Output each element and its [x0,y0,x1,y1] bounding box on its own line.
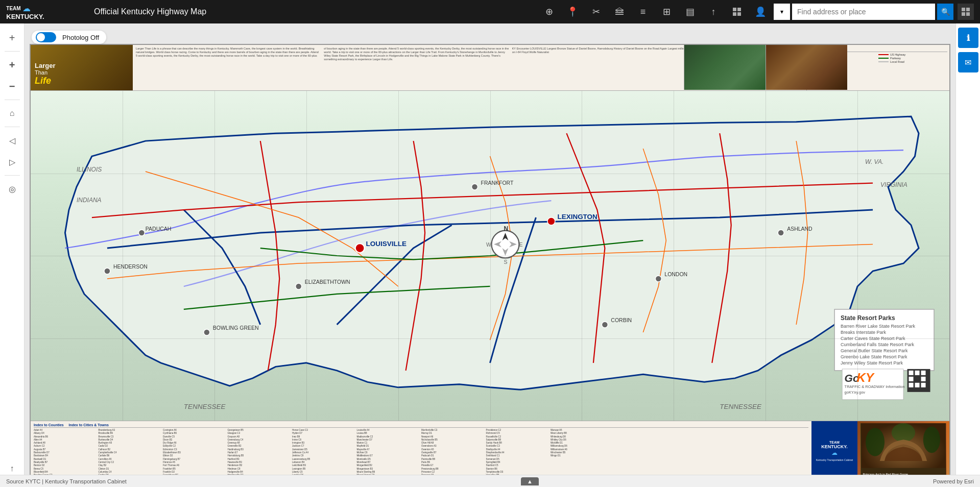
svg-rect-2 [615,14,624,15]
status-right-text: Powered by Esri [933,478,974,484]
app-title: Official Kentucky Highway Map [94,7,206,16]
locate-button[interactable]: ◎ [2,179,22,199]
grid-line-v4 [398,91,399,421]
search-dropdown-button[interactable]: ▾ [774,4,790,20]
back-icon: ◁ [9,136,15,145]
svg-text:Jenny Wiley State Resort Park: Jenny Wiley State Resort Park [841,360,903,366]
scroll-up-indicator[interactable]: ▲ [521,477,539,485]
ltl-title-life: Life [35,76,51,86]
svg-text:LONDON: LONDON [664,272,687,277]
svg-text:KY: KY [857,371,875,384]
zoom-out-button[interactable]: − [2,76,22,96]
index-col-12 [745,429,809,477]
share-icon[interactable]: ↑ [706,5,721,19]
svg-rect-11 [966,12,970,16]
add-button[interactable]: + [2,28,22,48]
svg-text:ASHLAND: ASHLAND [787,226,812,232]
search-submit-icon: 🔍 [941,8,950,16]
svg-text:HENDERSON: HENDERSON [113,264,148,270]
svg-text:LOUISVILLE: LOUISVILLE [366,240,407,248]
ltl-title-than: Than [35,69,47,76]
index-col-1: Adair A4 Albany D4 Alexandria B6 Allen A… [34,429,98,477]
index-col-9: Warsaw A5 West Liberty B8 Whitesburg D8 … [551,429,615,477]
map-header-text: Larger Than Life is a phrase that can de… [133,45,700,90]
table-icon[interactable]: ▤ [683,5,697,19]
list-icon[interactable]: ≡ [636,5,650,19]
left-sidebar: + + − ⌂ ◁ ▷ ◎ [0,23,25,487]
user-icon[interactable]: 👤 [753,5,768,19]
svg-text:E: E [519,242,522,248]
status-left-text: Source KYTC | Kentucky Transportation Ca… [6,478,127,484]
index-col-4: Georgetown B5 Glasgow C3 Grayson A8 Gree… [228,429,292,477]
grid-tiles-icon[interactable] [730,5,744,19]
info-widget-button[interactable]: ℹ [958,28,978,48]
zoom-in-button[interactable]: + [2,55,22,75]
svg-rect-6 [733,12,736,16]
svg-text:W: W [486,242,491,248]
email-icon: ✉ [965,58,971,67]
header-text-col-2: of bourbon aging in the state than there… [324,47,509,88]
photolog-label: Photolog Off [59,33,102,42]
app-header: TEAM ☁ KENTUCKY. Official Kentucky Highw… [0,0,980,23]
zoom-in-icon: + [9,59,15,71]
kentucky-label: KENTUCKY. [821,444,848,449]
svg-point-24 [138,230,145,236]
search-submit-button[interactable]: 🔍 [937,4,953,20]
svg-point-26 [296,283,302,289]
location-icon[interactable]: 📍 [565,5,580,19]
email-widget-button[interactable]: ✉ [958,52,978,72]
back-button[interactable]: ◁ [2,130,22,151]
legend-parkway: Parkway [878,57,947,60]
svg-text:CORBIN: CORBIN [611,318,632,323]
svg-text:State Resort Parks: State Resort Parks [841,314,895,322]
svg-text:ELIZABETHTOWN: ELIZABETHTOWN [305,279,350,285]
search-input[interactable] [792,4,935,20]
home-icon: ⌂ [10,109,15,118]
grid-line-v5 [490,91,491,421]
grid-line-v7 [674,91,674,421]
svg-text:TENNESSEE: TENNESSEE [184,403,226,410]
svg-rect-0 [615,10,624,11]
svg-point-18 [204,329,210,335]
svg-rect-63 [915,371,920,375]
filter-icon[interactable]: ⊞ [659,5,674,19]
forward-button[interactable]: ▷ [2,152,22,172]
home-button[interactable]: ⌂ [2,103,22,124]
map-bottom-strip: Index to Counties Index to Cities & Town… [31,421,949,481]
legend-local: Local Road [878,60,947,63]
svg-point-16 [778,230,784,236]
legend-label-parkway: Parkway [890,57,901,60]
svg-text:INDIANA: INDIANA [77,197,102,204]
grid-view-button[interactable] [958,4,974,20]
photolog-toggle-area: Photolog Off [32,31,106,44]
svg-text:ILLINOIS: ILLINOIS [77,166,102,173]
legend-line-local [878,61,889,62]
index-col-6: Louisville A4 Louisa B8 Madisonville C2 … [357,429,421,477]
layers-icon[interactable] [612,5,627,19]
svg-rect-9 [966,8,970,11]
svg-text:Cumberland Falls State Resort : Cumberland Falls State Resort Park [841,342,914,347]
bottom-image-svg: Princess Arch in Red River Gorge [861,423,946,479]
index-col-3: Covington A6 Cynthiana B6 Danville C5 Di… [163,429,227,477]
svg-text:Barren River Lake State Resort: Barren River Lake State Resort Park [841,324,915,329]
scissors-icon[interactable]: ✂ [589,5,603,19]
legend-us-highway: US Highway [878,53,947,56]
toggle-knob [37,33,45,41]
photolog-toggle-switch[interactable] [36,32,56,42]
svg-point-20 [602,322,608,328]
svg-text:goKY.ky.gov: goKY.ky.gov [845,390,866,395]
team-label: TEAM [829,441,840,444]
svg-rect-5 [737,8,741,11]
index-col-11 [680,429,744,477]
locate-icon: ◎ [9,184,16,194]
header-text-col-1: Larger Than Life is a phrase that can de… [136,47,321,88]
svg-text:BOWLING GREEN: BOWLING GREEN [213,325,259,331]
header-text-content-1: Larger Than Life is a phrase that can de… [136,47,319,57]
svg-text:VIRGINIA: VIRGINIA [880,181,907,188]
main-map[interactable]: LEXINGTON LOUISVILLE ASHLAND BOWLING GRE… [31,91,949,421]
search-map-icon[interactable]: ⊕ [542,5,556,19]
svg-text:S: S [504,259,507,265]
map-container[interactable]: Photolog Off Larger Than Life [25,23,955,487]
map-image-wrapper[interactable]: Larger Than Life Larger Than Life is a p… [30,44,950,482]
index-title: Index to Counties Index to Cities & Town… [34,423,808,428]
